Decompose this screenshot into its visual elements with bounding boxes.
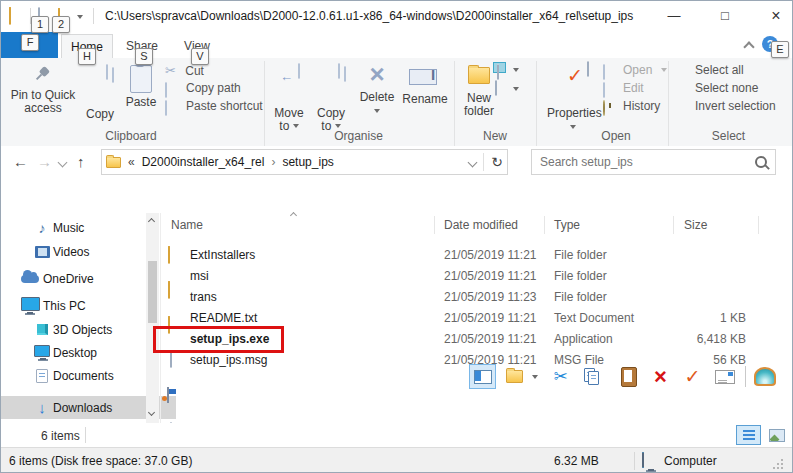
classic-status-bar: 6 items (Disk free space: 37.0 GB) 6.32 … xyxy=(1,447,792,473)
paste-page xyxy=(624,370,632,382)
scroll-up-icon[interactable] xyxy=(148,218,155,225)
pane-layout-fill xyxy=(475,371,481,381)
keytip-file: F xyxy=(21,34,39,51)
disk-free-space: 6 items (Disk free space: 37.0 GB) xyxy=(9,454,192,468)
folder-icon xyxy=(168,248,170,264)
back-button[interactable]: ← xyxy=(13,153,28,170)
column-divider[interactable] xyxy=(544,216,545,234)
keytip-view: V xyxy=(191,48,209,65)
select-none-button[interactable]: Select none xyxy=(677,80,758,97)
desktop-icon xyxy=(31,345,53,361)
sidebar-item-onedrive[interactable]: OneDrive xyxy=(1,267,162,290)
pane-layout-icon xyxy=(474,370,492,384)
navigation-pane: ♪ Music Videos OneDrive This PC 3D Objec… xyxy=(1,213,146,423)
toolbar-shell-button[interactable] xyxy=(751,364,778,389)
column-divider[interactable] xyxy=(673,216,674,234)
folder-icon xyxy=(168,283,170,299)
scroll-down-icon[interactable] xyxy=(148,409,155,416)
column-header-size[interactable]: Size xyxy=(684,217,707,234)
new-item-button[interactable] xyxy=(493,62,495,76)
column-divider[interactable] xyxy=(434,216,435,234)
column-header-date[interactable]: Date modified xyxy=(444,217,518,234)
delete-button[interactable]: × Delete xyxy=(355,59,399,118)
titlebar-divider xyxy=(93,8,94,24)
edit-button[interactable]: Edit xyxy=(603,80,644,97)
window-folder-icon xyxy=(9,9,11,25)
scrollbar-thumb[interactable] xyxy=(148,261,157,323)
breadcrumb-current[interactable]: setup_ips xyxy=(282,155,333,169)
breadcrumb-overflow[interactable]: « xyxy=(128,155,135,169)
address-divider xyxy=(483,153,484,171)
easy-access-button[interactable] xyxy=(493,81,495,95)
dropdown-arrow-icon xyxy=(661,68,667,72)
this-pc-icon xyxy=(17,297,43,315)
envelope-stamp xyxy=(728,372,733,376)
move-to-icon xyxy=(298,63,300,79)
details-view-icon xyxy=(743,430,755,440)
history-button[interactable]: History xyxy=(603,98,660,115)
search-box[interactable]: Search setup_ips xyxy=(531,149,776,175)
computer-icon xyxy=(642,452,644,468)
details-view-button[interactable] xyxy=(736,425,761,445)
annotation-highlight-box xyxy=(153,326,284,353)
minimize-button[interactable]: — xyxy=(651,1,697,31)
open-button[interactable]: Open xyxy=(603,62,667,79)
group-label-organise: Organise xyxy=(301,129,416,143)
dropdown-arrow-icon xyxy=(513,87,519,91)
resize-grip[interactable] xyxy=(773,467,775,469)
maximize-button[interactable]: □ xyxy=(702,1,748,31)
select-all-button[interactable]: Select all xyxy=(677,62,744,79)
copy-path-icon xyxy=(165,82,167,98)
address-bar[interactable]: « D2000installer_x64_rel › setup_ips ↻ xyxy=(101,149,508,175)
paste-clipboard-icon xyxy=(130,65,152,93)
sidebar-item-this-pc[interactable]: This PC xyxy=(1,294,162,317)
copy-pages-icon xyxy=(112,67,114,83)
3d-objects-icon xyxy=(31,324,53,335)
music-icon: ♪ xyxy=(31,220,53,236)
rename-button[interactable]: I Rename xyxy=(401,59,449,106)
thumbnails-view-button[interactable] xyxy=(764,425,789,445)
search-placeholder: Search setup_ips xyxy=(540,155,755,169)
status-divider xyxy=(85,427,86,443)
pin-to-quick-access-button[interactable]: Pin to Quick access xyxy=(7,59,79,115)
group-label-clipboard: Clipboard xyxy=(71,129,191,143)
breadcrumb-parent[interactable]: D2000installer_x64_rel xyxy=(142,155,265,169)
explorer-window: C:\Users\spravca\Downloads\D2000-12.0.61… xyxy=(0,0,793,473)
address-dropdown-icon[interactable] xyxy=(468,157,478,167)
edit-icon xyxy=(603,82,605,98)
paste-shortcut-button[interactable]: Paste shortcut xyxy=(165,98,263,115)
title-bar: C:\Users\spravca\Downloads\D2000-12.0.61… xyxy=(1,1,792,31)
column-header-type[interactable]: Type xyxy=(554,217,580,234)
thumbnails-view-icon xyxy=(769,429,785,442)
pane-splitter[interactable] xyxy=(160,213,161,423)
dropdown-arrow-icon[interactable] xyxy=(532,375,538,379)
invert-selection-button[interactable]: Invert selection xyxy=(677,98,776,115)
collapse-ribbon-icon[interactable] xyxy=(743,41,754,52)
application-icon xyxy=(167,387,169,403)
text-document-icon xyxy=(170,352,172,368)
paste-button[interactable]: Paste xyxy=(121,59,161,109)
copy-path-button[interactable]: Copy path xyxy=(165,80,241,97)
properties-button[interactable]: ✓ Properties xyxy=(547,59,599,134)
keytip-qat-2: 2 xyxy=(52,16,70,33)
move-to-button[interactable]: ← Move to xyxy=(269,59,309,133)
column-divider[interactable] xyxy=(758,216,759,234)
qat-customize-arrow-icon[interactable] xyxy=(77,15,83,19)
shell-icon xyxy=(754,367,776,386)
navigation-bar: ← → ↑ « D2000installer_x64_rel › setup_i… xyxy=(1,146,792,181)
up-button[interactable]: ↑ xyxy=(77,153,85,170)
ribbon-tab-row: Home Share View ? xyxy=(1,31,792,58)
column-header-name[interactable]: Name xyxy=(171,217,203,234)
copy-to-icon xyxy=(344,66,346,82)
close-button[interactable]: × xyxy=(753,1,793,31)
selection-size: 6.32 MB xyxy=(554,454,599,468)
forward-button[interactable]: → xyxy=(37,153,52,170)
refresh-button[interactable]: ↻ xyxy=(491,154,503,170)
sidebar-scrollbar[interactable] xyxy=(146,213,159,425)
copy-button[interactable]: Copy xyxy=(81,59,119,121)
toolbar-paste-button[interactable] xyxy=(615,364,642,389)
keytip-home: H xyxy=(78,48,96,65)
copy-to-button[interactable]: Copy to xyxy=(311,59,351,133)
envelope-icon xyxy=(715,370,735,384)
recent-locations-icon[interactable] xyxy=(58,158,68,168)
